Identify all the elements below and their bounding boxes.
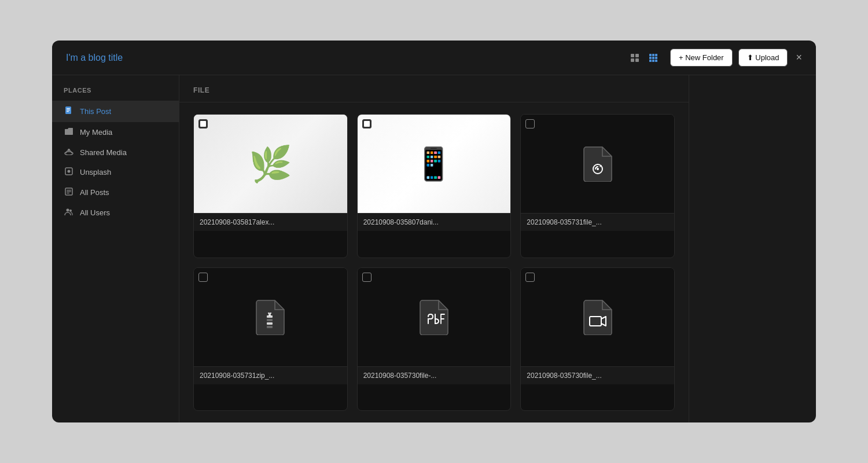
main-section-header: File: [179, 75, 689, 102]
modal-header: I'm a blog title: [52, 41, 816, 75]
unsplash-icon: [64, 167, 74, 177]
svg-point-28: [597, 168, 599, 170]
grid-view-button[interactable]: [646, 50, 661, 65]
media-modal: I'm a blog title: [52, 41, 816, 422]
svg-rect-11: [652, 60, 654, 62]
file-thumbnail-1: [194, 115, 347, 213]
file-thumbnail-4: [194, 268, 347, 366]
file-card-6[interactable]: 20210908-035730file_...: [520, 267, 675, 411]
svg-rect-0: [631, 54, 634, 57]
svg-rect-3: [635, 58, 639, 62]
list-view-button[interactable]: [627, 50, 642, 65]
sidebar-item-all-posts-label: All Posts: [80, 188, 109, 197]
svg-rect-30: [267, 319, 273, 321]
file-checkbox-6[interactable]: [525, 273, 535, 282]
file-card-1[interactable]: 20210908-035817alex...: [193, 114, 348, 258]
svg-rect-4: [649, 54, 652, 56]
file-card-3[interactable]: 20210908-035731file_...: [520, 114, 675, 258]
svg-rect-32: [267, 326, 273, 328]
file-card-2[interactable]: 20210908-035807dani...: [357, 114, 512, 258]
modal-body: Places This Post: [52, 75, 816, 422]
file-thumbnail-6: [521, 268, 674, 366]
pdf-file-icon: [419, 299, 449, 335]
this-post-icon: [64, 106, 74, 117]
svg-point-25: [67, 209, 69, 212]
audio-file-icon: [583, 146, 613, 182]
svg-point-26: [69, 210, 72, 212]
file-name-3: 20210908-035731file_...: [521, 213, 674, 231]
file-thumbnail-5: [358, 268, 511, 366]
sidebar-item-this-post[interactable]: This Post: [52, 101, 179, 122]
file-card-5[interactable]: 20210908-035730file-...: [357, 267, 512, 411]
all-posts-icon: [64, 188, 74, 197]
file-thumbnail-2: [358, 115, 511, 213]
sidebar-item-shared-media[interactable]: Shared Media: [52, 142, 179, 162]
sidebar-label: Places: [52, 87, 179, 101]
sidebar-item-my-media[interactable]: My Media: [52, 122, 179, 142]
sidebar: Places This Post: [52, 75, 179, 422]
svg-rect-1: [635, 54, 639, 57]
sidebar-item-unsplash-label: Unsplash: [80, 168, 111, 177]
sidebar-item-all-posts[interactable]: All Posts: [52, 182, 179, 203]
file-name-2: 20210908-035807dani...: [358, 213, 511, 231]
sidebar-item-unsplash[interactable]: Unsplash: [52, 162, 179, 182]
shared-media-icon: [64, 148, 74, 157]
svg-rect-9: [655, 57, 657, 59]
phone-image: [358, 115, 511, 213]
video-file-icon: [583, 299, 613, 335]
file-checkbox-5[interactable]: [362, 273, 372, 282]
plant-image: [194, 115, 347, 213]
svg-rect-15: [67, 110, 70, 111]
svg-rect-14: [67, 108, 70, 109]
zip-file-icon: [255, 299, 285, 335]
svg-rect-16: [67, 111, 69, 112]
right-panel: [689, 75, 816, 422]
sidebar-item-my-media-label: My Media: [80, 128, 112, 137]
svg-rect-8: [652, 57, 654, 59]
sidebar-item-all-users[interactable]: All Users: [52, 203, 179, 223]
new-folder-button[interactable]: + New Folder: [670, 49, 733, 67]
svg-rect-2: [631, 58, 634, 62]
view-toggle: [627, 50, 661, 65]
svg-rect-23: [67, 192, 71, 192]
file-checkbox-3[interactable]: [525, 119, 535, 128]
file-name-5: 20210908-035730file-...: [358, 366, 511, 384]
file-checkbox-1[interactable]: [198, 119, 208, 128]
new-folder-label: + New Folder: [679, 53, 724, 62]
file-name-6: 20210908-035730file_...: [521, 366, 674, 384]
upload-button[interactable]: ⬆ Upload: [738, 49, 788, 67]
svg-point-20: [68, 170, 71, 173]
svg-rect-22: [67, 190, 71, 190]
close-button[interactable]: ×: [796, 52, 802, 64]
sidebar-item-this-post-label: This Post: [80, 107, 111, 116]
my-media-icon: [64, 127, 74, 137]
files-grid: 20210908-035817alex... 20210908-035807da…: [179, 102, 689, 422]
file-thumbnail-3: [521, 115, 674, 213]
svg-rect-12: [655, 60, 657, 62]
svg-rect-5: [652, 54, 654, 56]
file-card-4[interactable]: 20210908-035731zip_...: [193, 267, 348, 411]
upload-label: ⬆ Upload: [747, 53, 779, 62]
main-content: File 20210908-035817alex...: [179, 75, 689, 422]
file-name-1: 20210908-035817alex...: [194, 213, 347, 231]
file-checkbox-2[interactable]: [362, 119, 372, 128]
file-section-label: File: [193, 86, 209, 94]
all-users-icon: [64, 208, 74, 218]
sidebar-item-all-users-label: All Users: [80, 208, 110, 217]
file-checkbox-4[interactable]: [198, 273, 208, 282]
svg-rect-7: [649, 57, 652, 59]
file-name-4: 20210908-035731zip_...: [194, 366, 347, 384]
svg-rect-6: [655, 54, 657, 56]
svg-rect-10: [649, 60, 652, 62]
header-actions: + New Folder ⬆ Upload ×: [627, 49, 802, 67]
sidebar-item-shared-media-label: Shared Media: [80, 148, 127, 157]
svg-rect-24: [67, 193, 69, 193]
svg-rect-31: [267, 322, 273, 325]
modal-title: I'm a blog title: [66, 53, 627, 63]
svg-point-18: [68, 149, 70, 151]
